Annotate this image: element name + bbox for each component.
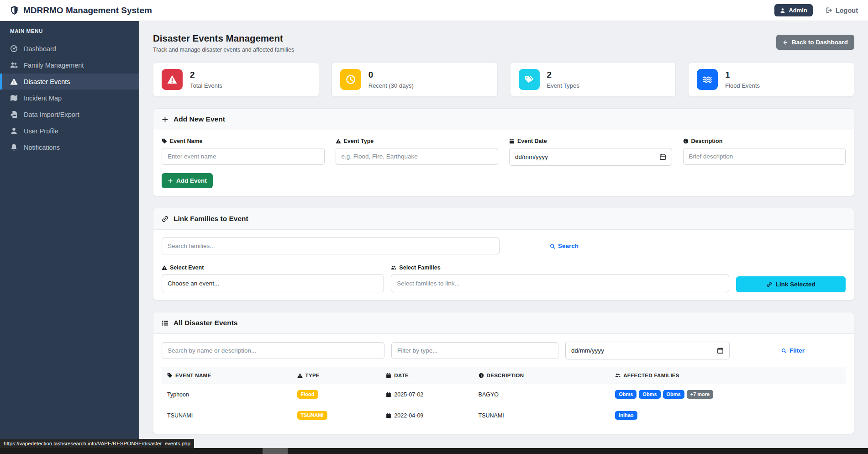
- description-label: Description: [683, 138, 846, 144]
- column-header-date[interactable]: DATE: [380, 367, 473, 384]
- family-search-input[interactable]: [162, 238, 500, 254]
- event-type-input[interactable]: [336, 148, 499, 165]
- main-content: Disaster Events Management Track and man…: [139, 21, 868, 454]
- link-selected-label: Link Selected: [776, 281, 815, 288]
- event-type-badge: Flood: [297, 390, 318, 399]
- link-icon: [162, 216, 168, 222]
- event-description-cell: BAGYO: [473, 384, 610, 405]
- stat-card-total-events: 2 Total Events: [153, 62, 319, 97]
- sidebar-item-incident-map[interactable]: Incident Map: [0, 90, 139, 106]
- back-to-dashboard-button[interactable]: Back to Dashboard: [776, 35, 854, 50]
- event-date-input[interactable]: dd/mm/yyyy: [509, 148, 672, 166]
- tag-icon: [162, 138, 167, 144]
- add-event-section: Add New Event Event Name: [153, 108, 854, 196]
- all-events-header: All Disaster Events: [153, 312, 854, 334]
- sidebar-item-disaster-events[interactable]: Disaster Events: [0, 74, 139, 90]
- calendar-icon[interactable]: [659, 153, 666, 160]
- back-button-label: Back to Dashboard: [792, 39, 848, 46]
- sidebar-item-label: User Profile: [24, 127, 58, 135]
- event-type-label: Event Type: [336, 138, 499, 144]
- select-event-dropdown[interactable]: Choose an event...: [162, 275, 384, 292]
- select-families-input[interactable]: Select families to link...: [391, 275, 729, 292]
- stat-value: 0: [368, 70, 414, 80]
- sidebar-item-notifications[interactable]: Notifications: [0, 139, 139, 155]
- admin-badge[interactable]: Admin: [774, 4, 812, 16]
- description-input[interactable]: [683, 148, 846, 165]
- sidebar-item-data-import-export[interactable]: Data Import/Export: [0, 106, 139, 122]
- tag-icon: [167, 373, 173, 378]
- all-events-section: All Disaster Events dd/mm/yyyy: [153, 312, 854, 434]
- add-event-header: Add New Event: [153, 109, 854, 130]
- search-icon: [781, 348, 787, 354]
- event-name-input[interactable]: [162, 148, 325, 165]
- topbar-actions: Admin Logout: [774, 4, 858, 16]
- event-date-cell: 2025-07-02: [394, 391, 423, 398]
- event-name-label: Event Name: [162, 138, 325, 144]
- sidebar: MAIN MENU Dashboard Family Management Di…: [0, 21, 139, 454]
- family-badge[interactable]: Inihao: [615, 411, 637, 420]
- event-name-cell: TSUNAMI: [162, 405, 292, 426]
- info-icon: [479, 373, 484, 378]
- events-filter-row: dd/mm/yyyy Filter: [162, 342, 846, 359]
- event-name-cell: Typhoon: [162, 384, 292, 405]
- field-description: Description: [683, 138, 846, 166]
- users-icon: [391, 265, 396, 270]
- family-badge[interactable]: Obms: [663, 390, 684, 399]
- logout-label: Logout: [836, 7, 858, 14]
- user-icon: [780, 8, 785, 13]
- events-type-filter-input[interactable]: [391, 342, 558, 359]
- column-header-event-name[interactable]: EVENT NAME: [162, 367, 292, 384]
- sidebar-item-user-profile[interactable]: User Profile: [0, 123, 139, 139]
- field-event-date: Event Date dd/mm/yyyy: [509, 138, 672, 166]
- file-export-icon: [10, 111, 18, 118]
- events-search-input[interactable]: [162, 342, 384, 359]
- warning-icon: [10, 78, 18, 85]
- column-header-type[interactable]: TYPE: [292, 367, 381, 384]
- table-row[interactable]: TSUNAMI TSUNAMI 2022-04-09 TSUN: [162, 405, 846, 426]
- stat-value: 2: [190, 70, 222, 80]
- column-header-affected-families[interactable]: AFFECTED FAMILIES: [610, 367, 846, 384]
- calendar-icon: [509, 138, 515, 144]
- table-row[interactable]: Typhoon Flood 2025-07-02 BAGYO: [162, 384, 846, 405]
- events-date-filter-input[interactable]: dd/mm/yyyy: [565, 342, 730, 359]
- stat-value: 2: [547, 70, 579, 80]
- link-families-title: Link Families to Event: [174, 215, 248, 223]
- add-event-button[interactable]: Add Event: [162, 173, 213, 188]
- admin-label: Admin: [789, 7, 807, 14]
- add-event-button-label: Add Event: [176, 177, 207, 184]
- logout-icon: [826, 7, 832, 14]
- link-selected-button[interactable]: Link Selected: [736, 276, 846, 292]
- family-badge[interactable]: Obms: [639, 390, 660, 399]
- clock-icon: [340, 69, 361, 90]
- warning-icon: [162, 265, 167, 270]
- calendar-icon[interactable]: [717, 347, 724, 354]
- logout-button[interactable]: Logout: [826, 7, 858, 14]
- sidebar-item-dashboard[interactable]: Dashboard: [0, 41, 139, 57]
- stat-cards: 2 Total Events 0 Recent (30 days) 2: [153, 62, 854, 97]
- sidebar-item-family-management[interactable]: Family Management: [0, 57, 139, 73]
- sidebar-item-label: Family Management: [24, 62, 84, 69]
- stat-card-flood-events: 1 Flood Events: [688, 62, 854, 97]
- search-icon: [550, 243, 555, 249]
- info-icon: [683, 138, 689, 144]
- family-search-label: Search: [558, 243, 579, 249]
- field-event-type: Event Type: [336, 138, 499, 166]
- events-table: EVENT NAME TYPE: [162, 367, 846, 426]
- more-families-badge[interactable]: +7 more: [687, 390, 714, 399]
- family-search-button[interactable]: Search: [550, 243, 579, 249]
- column-header-description[interactable]: DESCRIPTION: [473, 367, 610, 384]
- add-event-title: Add New Event: [174, 115, 225, 123]
- events-filter-button[interactable]: Filter: [781, 347, 805, 354]
- sidebar-item-label: Data Import/Export: [24, 111, 79, 118]
- arrow-left-icon: [783, 40, 788, 45]
- family-badge[interactable]: Obms: [615, 390, 637, 399]
- select-families-field: Select Families Select families to link.…: [391, 264, 729, 292]
- map-icon: [10, 94, 18, 102]
- stat-label: Event Types: [547, 82, 579, 89]
- stat-card-recent: 0 Recent (30 days): [331, 62, 498, 97]
- all-events-title: All Disaster Events: [174, 319, 237, 327]
- plus-icon: [168, 178, 173, 184]
- bell-icon: [10, 143, 18, 151]
- event-type-badge: TSUNAMI: [297, 411, 327, 420]
- gauge-icon: [10, 45, 18, 53]
